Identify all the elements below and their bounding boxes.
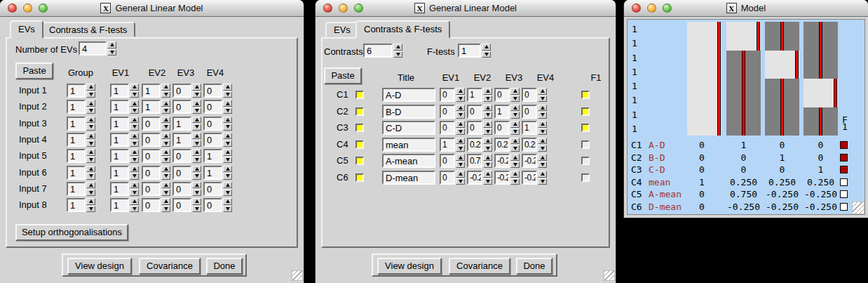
- spin-up-button[interactable]: [130, 117, 139, 124]
- tab-evs[interactable]: EVs: [325, 22, 359, 37]
- group-spinbox-value[interactable]: 1: [67, 149, 86, 163]
- ev3-spinbox[interactable]: 0: [494, 88, 520, 102]
- ev2-spinbox[interactable]: 0: [142, 166, 170, 180]
- spin-down-button[interactable]: [192, 124, 201, 131]
- spin-down-button[interactable]: [86, 124, 95, 131]
- minimize-button[interactable]: [23, 4, 32, 13]
- spin-up-button[interactable]: [510, 121, 520, 128]
- spin-up-button[interactable]: [130, 198, 139, 205]
- group-spinbox-value[interactable]: 1: [67, 117, 86, 131]
- ev2-spinbox-value[interactable]: 0: [467, 105, 482, 119]
- spin-down-button[interactable]: [130, 189, 139, 196]
- ev3-spinbox-value[interactable]: 0: [494, 121, 510, 135]
- tab-contrasts-ftests[interactable]: Contrasts & F-tests: [41, 22, 135, 37]
- ev1-spinbox-value[interactable]: 0: [440, 154, 455, 168]
- resize-grip[interactable]: [852, 202, 864, 214]
- spin-down-button[interactable]: [223, 91, 232, 98]
- spin-up-button[interactable]: [482, 44, 491, 51]
- ev3-spinbox[interactable]: 1: [172, 133, 201, 147]
- spin-up-button[interactable]: [510, 171, 520, 178]
- spin-up-button[interactable]: [223, 166, 232, 173]
- spin-up-button[interactable]: [510, 138, 520, 145]
- title-bar[interactable]: X General Linear Model: [0, 0, 304, 17]
- spin-down-button[interactable]: [192, 173, 201, 180]
- ev3-spinbox-value[interactable]: 0: [172, 182, 191, 196]
- ev1-spinbox[interactable]: 0: [440, 105, 465, 119]
- ev1-spinbox[interactable]: 0: [440, 171, 465, 185]
- contrast-enable-checkbox[interactable]: [355, 124, 364, 132]
- ev2-spinbox[interactable]: 0: [467, 105, 492, 119]
- ev1-spinbox-value[interactable]: 0: [440, 88, 455, 102]
- contrasts-count-spinbox-value[interactable]: 6: [363, 44, 393, 58]
- spin-down-button[interactable]: [161, 173, 170, 180]
- spin-up-button[interactable]: [130, 84, 139, 91]
- ev3-spinbox-value[interactable]: 0.25: [494, 138, 510, 152]
- spin-down-button[interactable]: [393, 51, 402, 58]
- ev1-spinbox[interactable]: 1: [110, 117, 139, 131]
- ev2-spinbox-value[interactable]: 0: [142, 133, 161, 147]
- spin-down-button[interactable]: [107, 49, 116, 56]
- spin-up-button[interactable]: [161, 149, 170, 156]
- ev2-spinbox-value[interactable]: 1: [142, 100, 161, 114]
- spin-up-button[interactable]: [86, 182, 95, 189]
- spin-up-button[interactable]: [130, 149, 139, 156]
- ev4-spinbox[interactable]: -0.2: [522, 171, 547, 185]
- ev1-spinbox[interactable]: 0: [440, 154, 465, 168]
- spin-up-button[interactable]: [192, 84, 201, 91]
- ev4-spinbox-value[interactable]: 0: [203, 117, 222, 131]
- contrast-title-field[interactable]: D-mean: [382, 171, 435, 185]
- ev3-spinbox[interactable]: 0: [172, 182, 201, 196]
- ev3-spinbox[interactable]: 0: [172, 84, 201, 98]
- spin-up-button[interactable]: [161, 84, 170, 91]
- spin-down-button[interactable]: [161, 91, 170, 98]
- spin-down-button[interactable]: [223, 124, 232, 131]
- spin-up-button[interactable]: [130, 133, 139, 140]
- spin-up-button[interactable]: [483, 105, 492, 112]
- ev4-spinbox-value[interactable]: -0.2: [522, 154, 537, 168]
- contrast-enable-checkbox[interactable]: [355, 91, 364, 99]
- ev1-spinbox[interactable]: 1: [110, 133, 139, 147]
- ev2-spinbox[interactable]: 1: [142, 84, 170, 98]
- spin-down-button[interactable]: [192, 189, 201, 196]
- ev4-spinbox[interactable]: 1: [522, 121, 547, 135]
- spin-up-button[interactable]: [86, 117, 95, 124]
- ev3-spinbox[interactable]: 1: [494, 105, 520, 119]
- ev4-spinbox-value[interactable]: 1: [522, 121, 537, 135]
- spin-down-button[interactable]: [482, 51, 491, 58]
- contrast-title-field[interactable]: B-D: [382, 105, 435, 119]
- spin-down-button[interactable]: [483, 112, 492, 119]
- ev4-spinbox-value[interactable]: -0.2: [522, 171, 537, 185]
- spin-up-button[interactable]: [456, 138, 465, 145]
- ev2-spinbox[interactable]: 0: [142, 133, 170, 147]
- group-spinbox[interactable]: 1: [67, 182, 95, 196]
- spin-down-button[interactable]: [192, 157, 201, 164]
- group-spinbox[interactable]: 1: [67, 100, 95, 114]
- group-spinbox[interactable]: 1: [67, 149, 95, 163]
- done-button[interactable]: Done: [206, 258, 243, 275]
- spin-up-button[interactable]: [86, 100, 95, 107]
- resize-grip[interactable]: [604, 270, 615, 281]
- ev4-spinbox-value[interactable]: 0.25: [522, 138, 537, 152]
- number-of-evs-spinbox-value[interactable]: 4: [79, 41, 107, 55]
- ev1-spinbox[interactable]: 0: [440, 121, 465, 135]
- group-spinbox[interactable]: 1: [67, 198, 95, 212]
- contrast-title-field[interactable]: C-D: [382, 121, 435, 135]
- spin-up-button[interactable]: [161, 117, 170, 124]
- ev2-spinbox[interactable]: 1: [467, 88, 492, 102]
- resize-grip[interactable]: [292, 270, 303, 281]
- spin-down-button[interactable]: [130, 107, 139, 114]
- spin-down-button[interactable]: [130, 157, 139, 164]
- ev4-spinbox[interactable]: 0: [203, 100, 232, 114]
- ev2-spinbox-value[interactable]: 0: [142, 149, 161, 163]
- spin-up-button[interactable]: [456, 105, 465, 112]
- spin-up-button[interactable]: [192, 133, 201, 140]
- spin-down-button[interactable]: [538, 178, 547, 185]
- ev2-spinbox-value[interactable]: 1: [467, 88, 482, 102]
- spin-down-button[interactable]: [223, 206, 232, 213]
- spin-up-button[interactable]: [538, 171, 547, 178]
- ev3-spinbox-value[interactable]: 1: [494, 105, 510, 119]
- group-spinbox-value[interactable]: 1: [67, 84, 86, 98]
- ev2-spinbox[interactable]: 0: [142, 149, 170, 163]
- ev2-spinbox[interactable]: 0.75: [467, 154, 492, 168]
- ev1-spinbox-value[interactable]: 0: [440, 121, 455, 135]
